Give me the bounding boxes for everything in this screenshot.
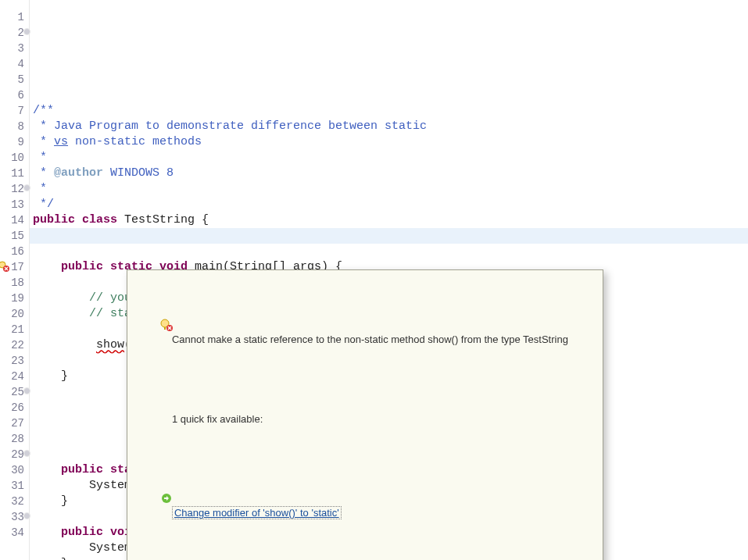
- svg-rect-5: [164, 327, 166, 330]
- tooltip-error-message: Cannot make a static reference to the no…: [172, 334, 568, 345]
- line-number: 23: [0, 353, 29, 369]
- line-number: 6: [0, 87, 29, 103]
- line-number: 32: [0, 494, 29, 509]
- line-number: 18: [0, 275, 29, 291]
- token-jd: */: [33, 198, 54, 211]
- line-number: 33: [0, 509, 29, 525]
- token-jd: *: [33, 151, 47, 164]
- line-number: 12: [0, 181, 29, 197]
- line-number: 8: [0, 119, 29, 134]
- token-jd: WINDOWS 8: [103, 166, 174, 180]
- token-plain: [33, 463, 61, 476]
- line-number: 15: [0, 228, 29, 244]
- token-jd: *: [33, 135, 54, 148]
- token-jd: vs: [54, 135, 68, 148]
- line-number: 25: [0, 384, 29, 400]
- line-number: 28: [0, 431, 29, 447]
- line-number: 7: [0, 103, 29, 119]
- code-line[interactable]: * Java Program to demonstrate difference…: [30, 119, 748, 134]
- line-number: 24: [0, 369, 29, 384]
- code-line[interactable]: public class TestString {: [30, 212, 748, 228]
- code-line[interactable]: /**: [30, 103, 748, 119]
- line-number: 4: [0, 56, 29, 72]
- line-number: 16: [0, 244, 29, 259]
- error-marker-icon[interactable]: [0, 261, 9, 272]
- token-plain: TestString {: [117, 213, 209, 226]
- code-line[interactable]: [30, 244, 748, 259]
- token-plain: }: [33, 494, 68, 508]
- code-line[interactable]: * @author WINDOWS 8: [30, 166, 748, 181]
- line-number: 13: [0, 197, 29, 212]
- token-jd: non-static methods: [68, 135, 202, 148]
- tooltip-error-row: Cannot make a static reference to the no…: [127, 301, 603, 364]
- tooltip-quickfix-header-row: 1 quick fix available:: [127, 395, 603, 444]
- code-editor: 1234567891011121314151617181920212223242…: [0, 0, 748, 560]
- lightbulb-error-icon: [132, 305, 145, 317]
- token-jd-tag: @author: [54, 166, 103, 180]
- code-line[interactable]: [30, 87, 748, 103]
- line-number: 17: [0, 259, 29, 275]
- line-number: 27: [0, 416, 29, 431]
- error-tooltip: Cannot make a static reference to the no…: [127, 269, 603, 560]
- line-number: 14: [0, 212, 29, 228]
- token-kw: public: [61, 526, 103, 539]
- token-plain: [33, 526, 61, 539]
- token-plain: [103, 260, 110, 273]
- line-number: 5: [0, 72, 29, 87]
- code-line[interactable]: [30, 228, 748, 244]
- token-plain: [33, 307, 89, 320]
- token-plain: [33, 260, 61, 273]
- code-line[interactable]: *: [30, 181, 748, 197]
- line-number: 21: [0, 322, 29, 337]
- code-line[interactable]: *: [30, 150, 748, 166]
- line-number: 30: [0, 462, 29, 478]
- token-plain: System.: [33, 479, 138, 492]
- line-number: 19: [0, 291, 29, 306]
- code-area[interactable]: /** * Java Program to demonstrate differ…: [30, 0, 748, 560]
- token-wavy: show: [96, 338, 124, 351]
- token-plain: [33, 338, 96, 351]
- token-jd: /**: [33, 104, 54, 117]
- line-number: 1: [0, 9, 29, 25]
- token-plain: [75, 213, 82, 226]
- line-number: 20: [0, 306, 29, 322]
- code-line[interactable]: * vs non-static methods: [30, 134, 748, 150]
- line-number: 9: [0, 134, 29, 150]
- token-plain: }: [33, 557, 68, 560]
- token-plain: System.: [33, 541, 138, 555]
- line-number: 3: [0, 41, 29, 56]
- line-number: 31: [0, 478, 29, 494]
- token-plain: [103, 526, 110, 539]
- tooltip-quickfix-link[interactable]: Change modifier of 'show()' to 'static': [172, 506, 342, 519]
- line-number-gutter: 1234567891011121314151617181920212223242…: [0, 0, 30, 560]
- token-kw: public: [61, 463, 103, 476]
- line-number: 11: [0, 166, 29, 181]
- line-number: 29: [0, 447, 29, 462]
- line-number: 2: [0, 25, 29, 41]
- token-plain: [33, 291, 89, 305]
- token-kw: public: [33, 213, 75, 226]
- token-kw: class: [82, 213, 117, 226]
- tooltip-quickfix-header: 1 quick fix available:: [172, 413, 263, 425]
- line-number: 22: [0, 337, 29, 353]
- token-plain: [103, 463, 110, 476]
- line-number: 26: [0, 400, 29, 416]
- tooltip-quickfix-row: Change modifier of 'show()' to 'static': [127, 475, 603, 537]
- token-jd: * Java Program to demonstrate difference…: [33, 119, 427, 133]
- token-plain: }: [33, 369, 68, 383]
- token-jd: *: [33, 166, 54, 180]
- line-number: 10: [0, 150, 29, 166]
- code-line[interactable]: */: [30, 197, 748, 212]
- quickfix-arrow-icon: [132, 478, 145, 490]
- token-kw: public: [61, 260, 103, 273]
- line-number: 34: [0, 525, 29, 540]
- token-jd: *: [33, 182, 47, 195]
